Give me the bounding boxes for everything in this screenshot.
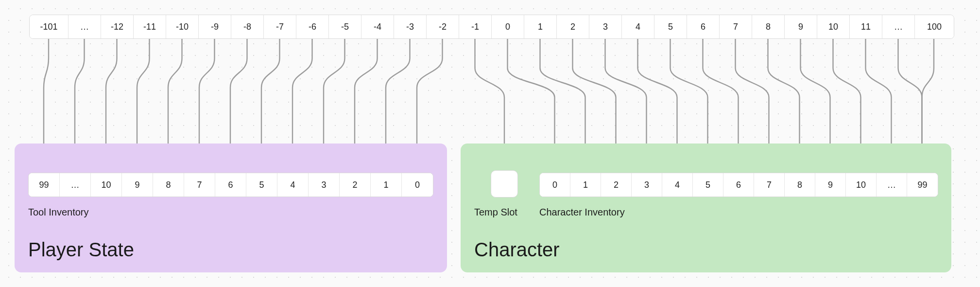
char-cell: 6 <box>723 173 754 197</box>
tool-cell: 7 <box>184 173 215 197</box>
index-cell: -8 <box>231 15 264 38</box>
temp-slot <box>491 170 518 197</box>
char-cell: 3 <box>632 173 662 197</box>
tool-cell: 8 <box>153 173 184 197</box>
index-cell: 11 <box>850 15 882 38</box>
index-cell: -4 <box>361 15 394 38</box>
index-cell: 7 <box>720 15 752 38</box>
index-cell: -6 <box>296 15 329 38</box>
index-cell: 100 <box>915 15 954 38</box>
index-cell: -101 <box>30 15 69 38</box>
char-cell: … <box>877 173 907 197</box>
index-cell: 1 <box>524 15 557 38</box>
index-cell: -12 <box>101 15 134 38</box>
index-cell: 9 <box>785 15 817 38</box>
player-state-panel: Player State Tool Inventory <box>15 144 447 272</box>
index-cell: -3 <box>394 15 427 38</box>
index-cell: 8 <box>752 15 785 38</box>
index-cell: -2 <box>427 15 459 38</box>
index-cell: 3 <box>589 15 622 38</box>
index-cell: 0 <box>492 15 524 38</box>
char-cell: 8 <box>785 173 815 197</box>
character-inventory-strip: 012345678910…99 <box>539 173 938 197</box>
temp-slot-label: Temp Slot <box>474 207 517 218</box>
tool-cell: … <box>60 173 91 197</box>
index-cell: -10 <box>166 15 199 38</box>
char-cell: 10 <box>846 173 877 197</box>
char-cell: 7 <box>754 173 785 197</box>
character-panel: Character Temp Slot Character Inventory <box>461 144 951 272</box>
index-strip: -101…-12-11-10-9-8-7-6-5-4-3-2-101234567… <box>29 15 954 39</box>
index-cell: -11 <box>134 15 166 38</box>
tool-inventory-strip: 99…109876543210 <box>28 173 433 197</box>
index-cell: 4 <box>622 15 654 38</box>
character-title: Character <box>474 239 560 261</box>
index-cell: … <box>69 15 101 38</box>
char-cell: 99 <box>907 173 938 197</box>
char-cell: 4 <box>662 173 693 197</box>
player-state-title: Player State <box>28 239 134 261</box>
tool-cell: 4 <box>277 173 309 197</box>
index-cell: -9 <box>199 15 231 38</box>
char-cell: 1 <box>570 173 601 197</box>
index-cell: -1 <box>459 15 492 38</box>
char-cell: 2 <box>601 173 632 197</box>
tool-cell: 1 <box>371 173 402 197</box>
tool-cell: 2 <box>340 173 371 197</box>
index-cell: 6 <box>687 15 720 38</box>
tool-cell: 6 <box>215 173 246 197</box>
character-inventory-label: Character Inventory <box>539 207 625 218</box>
index-cell: 10 <box>817 15 850 38</box>
tool-cell: 0 <box>402 173 433 197</box>
index-cell: -7 <box>264 15 296 38</box>
index-cell: 2 <box>557 15 589 38</box>
tool-cell: 10 <box>91 173 122 197</box>
index-cell: 5 <box>654 15 687 38</box>
char-cell: 5 <box>693 173 723 197</box>
tool-inventory-label: Tool Inventory <box>28 207 89 218</box>
index-cell: … <box>882 15 915 38</box>
index-cell: -5 <box>329 15 361 38</box>
tool-cell: 5 <box>246 173 277 197</box>
tool-cell: 3 <box>309 173 340 197</box>
tool-cell: 99 <box>29 173 60 197</box>
char-cell: 0 <box>540 173 570 197</box>
char-cell: 9 <box>815 173 846 197</box>
tool-cell: 9 <box>122 173 153 197</box>
